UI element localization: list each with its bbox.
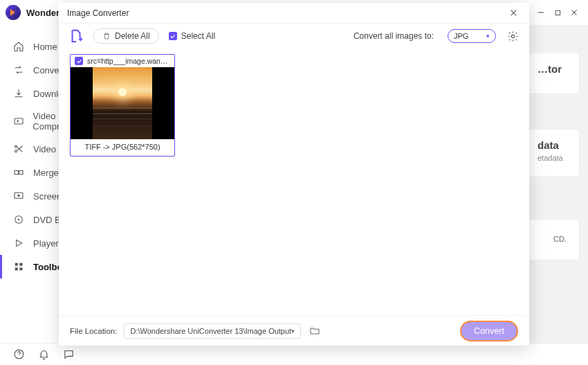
image-filename: src=http___image.wangc...	[87, 57, 170, 65]
feedback-button[interactable]	[62, 348, 75, 361]
select-all-label: Select All	[181, 31, 215, 41]
scissors-icon	[12, 143, 25, 155]
window-minimize-button[interactable]	[533, 4, 549, 21]
dialog-title: Image Converter	[67, 8, 129, 18]
image-conversion-info: TIFF -> JPG(562*750)	[71, 139, 174, 156]
image-converter-dialog: Image Converter Delete All Select All Co…	[59, 3, 529, 346]
checkbox-icon	[169, 32, 177, 40]
sidebar-item-label: Merger	[33, 168, 62, 178]
bg-card: data etadata	[524, 129, 580, 177]
bg-card: …tor	[524, 53, 580, 94]
download-icon	[12, 87, 25, 100]
chevron-down-icon: ▾	[486, 33, 490, 39]
close-icon	[570, 8, 578, 17]
footer	[0, 343, 588, 365]
chevron-down-icon: ▾	[291, 328, 295, 335]
app-logo	[6, 5, 21, 20]
disc-icon	[12, 213, 25, 226]
convert-all-label: Convert all images to:	[353, 31, 434, 41]
add-images-button[interactable]	[68, 28, 84, 44]
merge-icon	[12, 166, 25, 179]
sidebar-item-label: Player	[33, 238, 59, 249]
play-icon	[12, 237, 25, 249]
help-button[interactable]	[12, 348, 25, 361]
convert-button-label: Convert	[474, 326, 504, 336]
image-item[interactable]: src=http___image.wangc... TIFF -> JPG(56…	[70, 54, 175, 157]
output-format-select[interactable]: JPG ▾	[448, 29, 496, 43]
notifications-button[interactable]	[37, 348, 50, 361]
file-location-path: D:\Wondershare UniConverter 13\Image Out…	[130, 327, 291, 335]
sidebar-item-label: Home	[33, 42, 57, 52]
trash-icon	[102, 32, 111, 40]
dialog-close-button[interactable]	[506, 6, 521, 21]
close-icon	[509, 8, 518, 17]
item-checkbox[interactable]	[75, 57, 83, 65]
grid-icon	[12, 260, 25, 273]
dialog-footer: File Location: D:\Wondershare UniConvert…	[59, 315, 529, 346]
svg-rect-11	[19, 263, 22, 266]
record-icon	[12, 190, 25, 202]
maximize-icon	[554, 9, 562, 17]
svg-rect-13	[19, 267, 22, 270]
format-value: JPG	[454, 32, 468, 40]
dialog-toolbar: Delete All Select All Convert all images…	[59, 24, 529, 48]
add-file-icon	[68, 28, 84, 44]
window-close-button[interactable]	[566, 4, 582, 21]
bg-card: CD.	[524, 219, 580, 260]
file-location-select[interactable]: D:\Wondershare UniConverter 13\Image Out…	[124, 323, 301, 339]
svg-point-7	[17, 195, 19, 197]
svg-rect-5	[19, 170, 23, 174]
delete-all-button[interactable]: Delete All	[93, 28, 159, 44]
svg-rect-12	[15, 267, 18, 270]
gear-icon	[507, 30, 519, 42]
home-icon	[12, 40, 25, 53]
minimize-icon	[537, 8, 545, 17]
dialog-body: src=http___image.wangc... TIFF -> JPG(56…	[59, 48, 529, 315]
image-thumbnail	[71, 67, 174, 139]
svg-point-9	[18, 219, 20, 221]
svg-rect-10	[15, 263, 18, 266]
select-all-toggle[interactable]: Select All	[169, 31, 215, 41]
help-icon	[13, 348, 25, 360]
output-settings-button[interactable]	[506, 29, 520, 43]
svg-rect-0	[555, 10, 560, 15]
folder-icon	[309, 326, 320, 337]
compress-icon	[12, 115, 24, 127]
convert-button[interactable]: Convert	[460, 321, 518, 341]
dialog-header: Image Converter	[59, 3, 529, 24]
open-folder-button[interactable]	[308, 324, 322, 338]
chat-icon	[63, 348, 75, 360]
svg-point-15	[511, 35, 514, 37]
image-item-header: src=http___image.wangc...	[71, 55, 174, 67]
svg-rect-4	[15, 170, 18, 174]
bell-icon	[38, 348, 50, 360]
delete-all-label: Delete All	[115, 31, 150, 41]
converter-icon	[12, 64, 25, 76]
file-location-label: File Location:	[70, 327, 117, 335]
window-maximize-button[interactable]	[549, 4, 566, 21]
